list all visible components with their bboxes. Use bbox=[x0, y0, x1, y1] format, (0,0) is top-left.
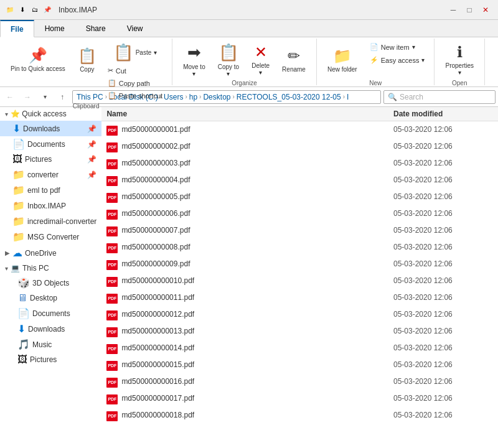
col-date-header[interactable]: Date modified bbox=[393, 110, 493, 118]
sidebar-item-downloads-pc[interactable]: ⬇ Downloads bbox=[0, 321, 101, 337]
converter-label: converter bbox=[27, 170, 85, 179]
sidebar-item-music[interactable]: 🎵 Music bbox=[0, 337, 101, 352]
table-row[interactable]: PDF md50000000001.pdf 05-03-2020 12:06 bbox=[101, 121, 498, 138]
window-title: Inbox.IMAP bbox=[59, 6, 97, 14]
copy-to-button[interactable]: 📋 Copy to ▾ bbox=[212, 41, 245, 78]
table-row[interactable]: PDF md500000000010.pdf 05-03-2020 12:06 bbox=[101, 273, 498, 289]
delete-icon: ✕ bbox=[255, 44, 267, 61]
pin-to-quick-access-button[interactable]: 📌 Pin to Quick access bbox=[5, 41, 71, 78]
sidebar-item-pictures[interactable]: 🖼 Pictures 📌 bbox=[0, 152, 101, 167]
sidebar-item-documents[interactable]: 📄 Documents 📌 bbox=[0, 136, 101, 152]
table-row[interactable]: PDF md50000000003.pdf 05-03-2020 12:06 bbox=[101, 155, 498, 172]
maximize-button[interactable]: □ bbox=[462, 2, 477, 17]
open-group-label: Open bbox=[452, 78, 467, 86]
search-box[interactable]: 🔍 Search bbox=[383, 90, 496, 104]
minimize-button[interactable]: ─ bbox=[446, 2, 461, 17]
file-name: md500000000011.pdf bbox=[121, 293, 390, 302]
paste-dropdown-icon[interactable]: ▾ bbox=[154, 49, 157, 56]
pdf-file-icon: PDF bbox=[106, 123, 118, 136]
sep-4: › bbox=[199, 93, 201, 100]
sidebar-item-eml-to-pdf[interactable]: 📁 eml to pdf bbox=[0, 182, 101, 198]
sidebar-item-3d-objects[interactable]: 🎲 3D Objects bbox=[0, 275, 101, 291]
sidebar-item-inbox-imap[interactable]: 📁 Inbox.IMAP bbox=[0, 198, 101, 213]
this-pc-chevron: ▾ bbox=[5, 265, 8, 272]
onedrive-icon: ☁ bbox=[12, 247, 22, 259]
table-row[interactable]: PDF md50000000009.pdf 05-03-2020 12:06 bbox=[101, 256, 498, 273]
file-name: md500000000015.pdf bbox=[121, 360, 390, 369]
tab-home[interactable]: Home bbox=[34, 20, 75, 37]
easy-access-dropdown[interactable]: ▾ bbox=[421, 57, 425, 63]
pdf-file-icon: PDF bbox=[106, 392, 118, 404]
path-i[interactable]: I bbox=[347, 93, 349, 101]
delete-dropdown[interactable]: ▾ bbox=[259, 69, 262, 76]
delete-label: Delete bbox=[251, 62, 270, 69]
paste-button[interactable]: 📋 Paste ▾ bbox=[103, 41, 167, 64]
path-desktop[interactable]: Desktop bbox=[203, 93, 230, 101]
new-item-button[interactable]: 📄 New item ▾ bbox=[365, 41, 430, 53]
sidebar-item-desktop[interactable]: 🖥 Desktop bbox=[0, 291, 101, 306]
converter-pin: 📌 bbox=[87, 170, 96, 179]
pictures-pc-label: Pictures bbox=[30, 355, 96, 364]
left-panel-container: ▾ ⭐ Quick access ⬇ Downloads 📌 📄 Documen… bbox=[0, 107, 101, 448]
table-row[interactable]: PDF md50000000005.pdf 05-03-2020 12:06 bbox=[101, 189, 498, 205]
clipboard-buttons: 📌 Pin to Quick access 📋 Copy 📋 Paste ▾ ✂… bbox=[5, 41, 167, 101]
copy-path-button[interactable]: 📋 Copy path bbox=[103, 77, 167, 89]
properties-button[interactable]: ℹ Properties ▾ bbox=[439, 41, 479, 78]
tb-icon-1: ⬇ bbox=[17, 5, 27, 15]
properties-icon: ℹ bbox=[457, 44, 463, 61]
ribbon-group-open: ℹ Properties ▾ Open bbox=[435, 39, 485, 85]
table-row[interactable]: PDF md500000000016.pdf 05-03-2020 12:06 bbox=[101, 373, 498, 390]
table-row[interactable]: PDF md500000000012.pdf 05-03-2020 12:06 bbox=[101, 306, 498, 323]
file-date: 05-03-2020 12:06 bbox=[393, 360, 493, 369]
onedrive-chevron: ▶ bbox=[5, 250, 10, 256]
this-pc-header[interactable]: ▾ 💻 This PC bbox=[0, 261, 101, 275]
sidebar-item-incredimail[interactable]: 📁 incredimail-converter bbox=[0, 213, 101, 229]
move-to-button[interactable]: ➡ Move to ▾ bbox=[177, 41, 211, 78]
new-folder-button[interactable]: 📁 New folder bbox=[322, 41, 363, 78]
cut-button[interactable]: ✂ Cut bbox=[103, 65, 167, 77]
close-button[interactable]: ✕ bbox=[478, 2, 493, 17]
onedrive-header[interactable]: ▶ ☁ OneDrive bbox=[0, 245, 101, 261]
move-to-dropdown[interactable]: ▾ bbox=[192, 70, 195, 77]
sidebar-item-converter[interactable]: 📁 converter 📌 bbox=[0, 167, 101, 182]
table-row[interactable]: PDF md500000000011.pdf 05-03-2020 12:06 bbox=[101, 289, 498, 306]
new-item-dropdown[interactable]: ▾ bbox=[412, 44, 415, 50]
table-row[interactable]: PDF md50000000007.pdf 05-03-2020 12:06 bbox=[101, 222, 498, 239]
copy-to-dropdown[interactable]: ▾ bbox=[227, 70, 230, 77]
sidebar-item-pictures-pc[interactable]: 🖼 Pictures bbox=[0, 352, 101, 367]
paste-shortcut-icon: 📋 bbox=[108, 91, 116, 100]
file-date: 05-03-2020 12:06 bbox=[393, 142, 493, 151]
table-row[interactable]: PDF md50000000006.pdf 05-03-2020 12:06 bbox=[101, 205, 498, 222]
path-hp[interactable]: hp bbox=[189, 93, 197, 101]
file-name: md500000000013.pdf bbox=[121, 327, 390, 335]
tab-share[interactable]: Share bbox=[75, 20, 116, 37]
documents-pin: 📌 bbox=[87, 140, 96, 149]
title-bar-left-icons: 📁 ⬇ 🗂 📌 bbox=[5, 5, 52, 15]
organize-buttons: ➡ Move to ▾ 📋 Copy to ▾ ✕ Delete ▾ ✏ Ren… bbox=[177, 41, 311, 78]
organize-group-label: Organize bbox=[232, 78, 257, 86]
table-row[interactable]: PDF md500000000013.pdf 05-03-2020 12:06 bbox=[101, 323, 498, 340]
table-row[interactable]: PDF md500000000015.pdf 05-03-2020 12:06 bbox=[101, 357, 498, 373]
table-row[interactable]: PDF md500000000017.pdf 05-03-2020 12:06 bbox=[101, 390, 498, 407]
incredimail-icon: 📁 bbox=[12, 215, 25, 227]
copy-button[interactable]: 📋 Copy bbox=[72, 41, 102, 78]
sidebar-item-downloads[interactable]: ⬇ Downloads 📌 bbox=[0, 121, 101, 136]
sidebar-item-docs[interactable]: 📄 Documents bbox=[0, 306, 101, 321]
tab-file[interactable]: File bbox=[0, 20, 34, 37]
easy-access-button[interactable]: ⚡ Easy access ▾ bbox=[365, 54, 430, 66]
tab-view[interactable]: View bbox=[116, 20, 154, 37]
rename-button[interactable]: ✏ Rename bbox=[276, 41, 311, 78]
table-row[interactable]: PDF md50000000008.pdf 05-03-2020 12:06 bbox=[101, 239, 498, 256]
new-item-icon: 📄 bbox=[370, 43, 378, 51]
table-row[interactable]: PDF md50000000002.pdf 05-03-2020 12:06 bbox=[101, 138, 498, 155]
delete-button[interactable]: ✕ Delete ▾ bbox=[246, 41, 275, 78]
col-name-header[interactable]: Name bbox=[106, 110, 393, 118]
paste-shortcut-button[interactable]: 📋 Paste shortcut bbox=[103, 90, 167, 101]
paste-label: Paste bbox=[136, 49, 152, 56]
sidebar-item-msg-converter[interactable]: 📁 MSG Converter bbox=[0, 229, 101, 245]
table-row[interactable]: PDF md500000000014.pdf 05-03-2020 12:06 bbox=[101, 340, 498, 357]
path-rectools[interactable]: RECTOOLS_05-03-2020 12-05 bbox=[237, 93, 341, 101]
properties-dropdown[interactable]: ▾ bbox=[458, 69, 461, 76]
table-row[interactable]: PDF md50000000004.pdf 05-03-2020 12:06 bbox=[101, 172, 498, 189]
table-row[interactable]: PDF md500000000018.pdf 05-03-2020 12:06 bbox=[101, 407, 498, 424]
